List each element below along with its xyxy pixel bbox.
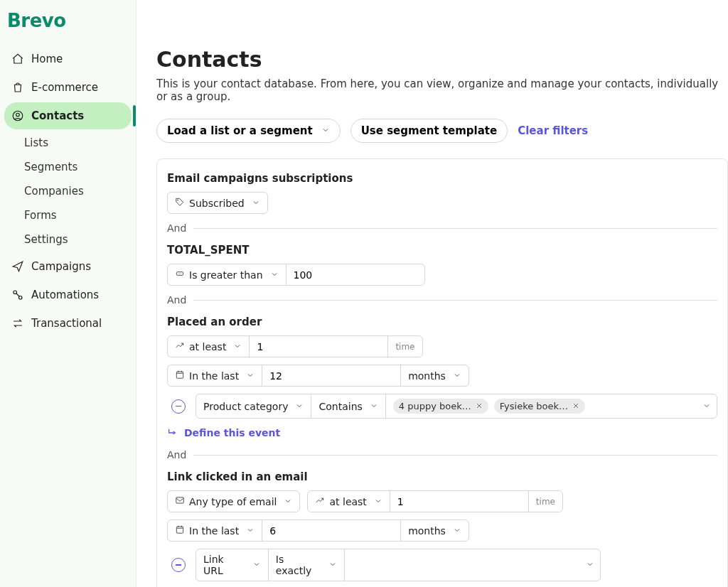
range-unit-select[interactable]: months <box>400 365 469 386</box>
chip-label: 4 puppy boek… <box>399 401 471 411</box>
filter-chip: 4 puppy boek… <box>393 399 488 414</box>
qty-operator-select[interactable]: at least <box>308 491 389 512</box>
select-value: at least <box>189 341 226 352</box>
remove-chip-icon[interactable] <box>476 401 483 411</box>
value-input[interactable] <box>294 269 417 281</box>
separator-line <box>193 300 717 301</box>
toolbar: Load a list or a segment Use segment tem… <box>156 119 728 143</box>
number-icon <box>175 269 185 281</box>
sub-operator-select[interactable]: Contains <box>311 394 385 418</box>
use-template-button[interactable]: Use segment template <box>350 119 508 143</box>
tag-icon <box>175 197 185 209</box>
user-circle-icon <box>11 109 24 122</box>
page-subtitle: This is your contact database. From here… <box>156 77 728 103</box>
nav-campaigns[interactable]: Campaigns <box>4 253 132 280</box>
chips-input[interactable]: 4 puppy boek… Fysieke boek… <box>385 394 717 418</box>
nav-label: E-commerce <box>31 81 98 94</box>
svg-rect-8 <box>176 527 183 533</box>
main-content: Contacts This is your contact database. … <box>136 0 728 587</box>
sub-condition: Product category Contains 4 puppy boek… <box>196 394 717 419</box>
nav-contacts[interactable]: Contacts <box>4 102 132 129</box>
remove-chip-icon[interactable] <box>572 401 579 411</box>
svg-rect-7 <box>176 497 184 503</box>
sub-condition: Link URL Is exactly <box>196 549 601 581</box>
select-value: at least <box>329 496 366 507</box>
nav-contacts-forms[interactable]: Forms <box>0 203 136 227</box>
qty-input[interactable] <box>257 341 380 352</box>
load-list-button[interactable]: Load a list or a segment <box>156 119 341 143</box>
button-label: Use segment template <box>361 124 498 137</box>
calendar-icon <box>175 370 185 382</box>
svg-rect-6 <box>176 372 183 378</box>
qty-operator-select[interactable]: at least <box>168 336 249 357</box>
qty-input[interactable] <box>397 496 521 507</box>
nav-label: Contacts <box>31 109 84 122</box>
chevron-down-icon <box>370 401 378 412</box>
sub-arrow-icon <box>167 427 178 438</box>
remove-condition-icon[interactable] <box>171 558 186 572</box>
email-type-select[interactable]: Any type of email <box>167 490 300 512</box>
separator-line <box>193 228 717 229</box>
sub-field-select[interactable]: Link URL <box>196 549 268 581</box>
mail-icon <box>175 495 185 507</box>
filter-block-total-spent: TOTAL_SPENT Is greater than <box>167 244 717 286</box>
nav-ecommerce[interactable]: E-commerce <box>4 74 132 101</box>
nav-label: Campaigns <box>31 260 91 273</box>
and-separator: And <box>167 294 717 306</box>
chevron-down-icon <box>295 401 304 412</box>
select-value: Is exactly <box>276 554 321 576</box>
chevron-down-icon <box>233 341 242 352</box>
filter-title: TOTAL_SPENT <box>167 244 717 257</box>
chip-label: Fysieke boek… <box>500 401 568 411</box>
select-value: In the last <box>189 525 239 537</box>
chevron-down-icon <box>252 559 261 571</box>
define-event-link[interactable]: Define this event <box>167 427 280 438</box>
and-separator: And <box>167 222 717 234</box>
range-unit-select[interactable]: months <box>400 520 469 541</box>
value-input-wrap <box>286 264 424 285</box>
clear-filters-link[interactable]: Clear filters <box>518 124 588 137</box>
select-value: In the last <box>189 370 239 382</box>
page-title: Contacts <box>156 47 728 72</box>
range-value-input[interactable] <box>269 525 393 537</box>
filter-title: Email campaigns subscriptions <box>167 172 717 185</box>
chevron-down-icon <box>586 559 594 571</box>
range-value-wrap <box>262 520 400 541</box>
filter-title: Link clicked in an email <box>167 470 717 483</box>
filter-title: Placed an order <box>167 316 717 328</box>
trend-icon <box>175 340 185 352</box>
remove-condition-icon[interactable] <box>171 399 186 414</box>
filter-block-link-clicked: Link clicked in an email Any type of ema… <box>167 470 717 587</box>
nav-transactional[interactable]: Transactional <box>4 310 132 337</box>
svg-point-4 <box>178 200 178 200</box>
select-value: months <box>408 370 446 382</box>
nav-contacts-lists[interactable]: Lists <box>0 131 136 155</box>
select-value: Link URL <box>203 554 245 576</box>
qty-input-wrap <box>390 491 528 512</box>
qty-unit: time <box>387 336 422 357</box>
subscription-select[interactable]: Subscribed <box>167 192 268 214</box>
send-icon <box>11 260 24 273</box>
nav-contacts-companies[interactable]: Companies <box>0 179 136 203</box>
range-condition: In the last months <box>167 365 469 387</box>
range-operator-select[interactable]: In the last <box>168 520 262 541</box>
chevron-down-icon <box>246 525 255 537</box>
operator-select[interactable]: Is greater than <box>168 264 286 285</box>
link-label: Define this event <box>184 427 280 438</box>
svg-point-1 <box>16 113 20 117</box>
separator-line <box>193 455 717 456</box>
select-value: months <box>408 525 446 537</box>
sub-operator-select[interactable]: Is exactly <box>268 549 344 581</box>
nav-home[interactable]: Home <box>4 45 132 72</box>
nav-label: Automations <box>31 289 99 301</box>
nav-contacts-segments[interactable]: Segments <box>0 155 136 179</box>
sub-field-select[interactable]: Product category <box>196 394 311 418</box>
nav-contacts-settings[interactable]: Settings <box>0 227 136 252</box>
and-separator: And <box>167 449 717 461</box>
range-operator-select[interactable]: In the last <box>168 365 262 386</box>
nav-automations[interactable]: Automations <box>4 281 132 308</box>
quantity-condition: at least time <box>307 490 563 512</box>
url-input[interactable] <box>344 549 600 581</box>
qty-input-wrap <box>249 336 387 357</box>
range-value-input[interactable] <box>269 370 393 382</box>
